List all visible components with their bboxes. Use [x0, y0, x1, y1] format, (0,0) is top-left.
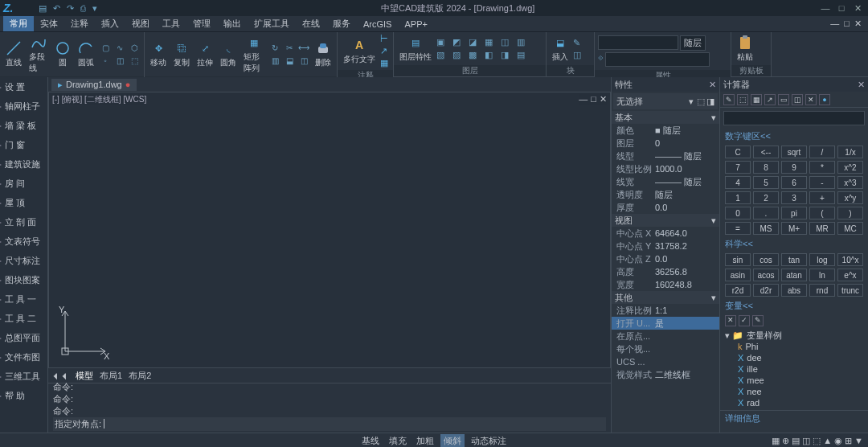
- calc-key-r2d[interactable]: r2d: [725, 284, 751, 297]
- selection-dropdown[interactable]: 无选择: [616, 96, 689, 108]
- calc-key-d2r[interactable]: d2r: [753, 284, 779, 297]
- tab-insert[interactable]: 插入: [95, 16, 125, 31]
- sci-section[interactable]: 科学<<: [720, 236, 868, 252]
- doc-close-icon[interactable]: ✕: [854, 18, 862, 29]
- calc-key-([interactable]: (: [809, 207, 835, 219]
- status-icon[interactable]: ▦: [772, 436, 780, 446]
- status-icon[interactable]: ▤: [792, 436, 800, 446]
- detail-section[interactable]: 详细信息: [720, 410, 868, 426]
- calc-key-.[interactable]: .: [753, 207, 779, 219]
- property-row[interactable]: 线宽——— 随层: [612, 175, 719, 188]
- calc-key-log[interactable]: log: [809, 253, 835, 266]
- tab-view[interactable]: 视图: [125, 16, 156, 31]
- mode-italic[interactable]: 倾斜: [440, 434, 465, 447]
- linetype-select[interactable]: [605, 52, 710, 67]
- section-view[interactable]: 视图▾: [612, 214, 719, 227]
- insert-button[interactable]: ⬓插入: [550, 34, 571, 64]
- property-row[interactable]: 中心点 X64664.0: [612, 227, 719, 240]
- property-row[interactable]: UCS ...: [612, 355, 719, 368]
- dropdown-icon[interactable]: ▾: [689, 96, 694, 107]
- dim-icon[interactable]: ⊢: [380, 34, 388, 44]
- tbx-axis[interactable]: 轴网柱子: [0, 96, 47, 116]
- tbx-help[interactable]: 帮 助: [0, 386, 47, 405]
- calc-key-+[interactable]: +: [809, 191, 835, 204]
- copy-button[interactable]: ⿻复制: [171, 39, 192, 69]
- property-row[interactable]: 注释比例1:1: [612, 304, 719, 317]
- tbx-elev[interactable]: 立 剖 面: [0, 212, 47, 232]
- var-item[interactable]: Xnee: [725, 386, 863, 397]
- mode-bold[interactable]: 加粗: [413, 434, 437, 447]
- calc-key-2[interactable]: 2: [753, 191, 779, 204]
- property-row[interactable]: 中心点 Z0.0: [612, 252, 719, 265]
- erase-button[interactable]: 删除: [313, 39, 334, 69]
- tbx-3d[interactable]: 三维工具: [0, 367, 47, 386]
- layer-tools[interactable]: ▣◩◪▦◫▥ ▧▨▩◧◨▤: [436, 37, 531, 61]
- mode-baseline[interactable]: 基线: [358, 434, 383, 447]
- minimize-button[interactable]: —: [818, 2, 833, 14]
- calc-tool-icon[interactable]: ●: [819, 94, 830, 105]
- calc-key-7[interactable]: 7: [725, 161, 751, 174]
- calc-tool-icon[interactable]: ◫: [792, 94, 803, 105]
- property-row[interactable]: 厚度0.0: [612, 201, 719, 214]
- color-select[interactable]: [598, 35, 678, 50]
- property-row[interactable]: 图层0: [612, 137, 719, 150]
- drawing-viewport[interactable]: [-] [俯视] [二维线框] [WCS] —□✕ YX: [48, 92, 611, 368]
- panel-close-icon[interactable]: ✕: [709, 80, 716, 90]
- calc-key-6[interactable]: 6: [781, 176, 807, 189]
- property-row[interactable]: 线型比例1000.0: [612, 162, 719, 175]
- property-row[interactable]: 宽度160248.8: [612, 278, 719, 291]
- line-button[interactable]: 直线: [3, 39, 24, 69]
- qat-icon[interactable]: ⎙: [80, 3, 86, 13]
- property-row[interactable]: 每个视...: [612, 342, 719, 355]
- tbx-settings[interactable]: 设 置: [0, 77, 47, 96]
- property-row[interactable]: 透明度随层: [612, 188, 719, 201]
- property-row[interactable]: 中心点 Y31758.2: [612, 240, 719, 252]
- close-tab-icon[interactable]: ●: [125, 80, 131, 89]
- calc-tool-icon[interactable]: ⬚: [737, 94, 748, 105]
- doc-max-icon[interactable]: □: [844, 18, 850, 29]
- stretch-button[interactable]: ⤢拉伸: [194, 39, 215, 69]
- layerprops-button[interactable]: ▤图层特性: [397, 34, 434, 64]
- filter-icon[interactable]: ◨: [706, 96, 714, 107]
- property-row[interactable]: 在原点...: [612, 330, 719, 342]
- calc-key-=[interactable]: =: [725, 222, 751, 235]
- calc-key-MS[interactable]: MS: [753, 222, 779, 235]
- tbx-siteplan[interactable]: 总图平面: [0, 328, 47, 347]
- status-icon[interactable]: ⊞: [845, 436, 852, 446]
- tbx-tool1[interactable]: 工 具 一: [0, 289, 47, 309]
- calc-key-MR[interactable]: MR: [809, 222, 835, 235]
- tab-online[interactable]: 在线: [296, 16, 326, 31]
- array-button[interactable]: ▦矩形阵列: [241, 34, 266, 75]
- var-tool-icon[interactable]: ✓: [739, 315, 750, 326]
- property-row[interactable]: 视觉样式二维线框: [612, 368, 719, 381]
- var-tool-icon[interactable]: ✕: [725, 315, 736, 326]
- paste-button[interactable]: 粘贴: [735, 34, 755, 64]
- doc-tab[interactable]: ▸Drawing1.dwg●: [51, 79, 137, 91]
- calc-key-9[interactable]: 9: [781, 161, 807, 174]
- tab-annotate[interactable]: 注释: [64, 16, 95, 31]
- leader-icon[interactable]: ↗: [380, 46, 388, 56]
- arc-button[interactable]: 圆弧: [76, 39, 96, 69]
- calc-key-trunc[interactable]: trunc: [837, 284, 863, 297]
- calc-key-abs[interactable]: abs: [781, 284, 807, 297]
- calc-key-<--[interactable]: <--: [753, 146, 779, 158]
- property-row[interactable]: 高度36256.8: [612, 265, 719, 278]
- tab-arcgis[interactable]: ArcGIS: [357, 18, 398, 31]
- fillet-button[interactable]: ◟圆角: [218, 39, 239, 69]
- mtext-button[interactable]: A多行文字: [341, 36, 378, 66]
- vars-section[interactable]: 变量<<: [720, 298, 868, 314]
- mode-dyn[interactable]: 动态标注: [468, 434, 510, 447]
- tab-tools[interactable]: 工具: [156, 16, 186, 31]
- tbx-roof[interactable]: 屋 顶: [0, 193, 47, 212]
- status-icon[interactable]: ⬚: [813, 436, 821, 446]
- status-icon[interactable]: ⊕: [782, 436, 789, 446]
- maximize-button[interactable]: □: [834, 2, 849, 14]
- calc-key-3[interactable]: 3: [781, 191, 807, 204]
- calc-key-0[interactable]: 0: [725, 207, 751, 219]
- tab-common[interactable]: 常用: [3, 16, 34, 31]
- calc-tool-icon[interactable]: ✎: [723, 94, 735, 105]
- tab-layout2[interactable]: 布局2: [129, 370, 151, 382]
- calc-key-sin[interactable]: sin: [725, 253, 751, 266]
- tbx-room[interactable]: 房 间: [0, 174, 47, 193]
- calc-key-e^x[interactable]: e^x: [837, 269, 863, 281]
